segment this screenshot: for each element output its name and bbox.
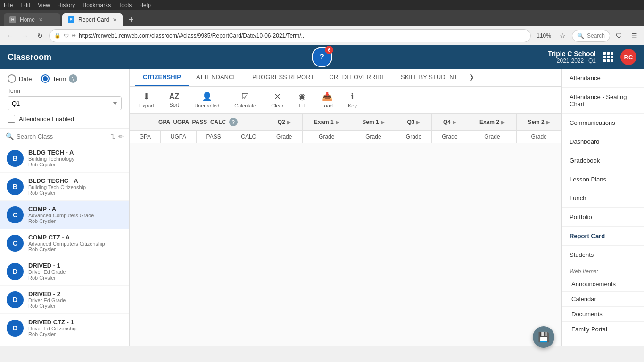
tab-progress-report[interactable]: PROGRESS REPORT: [245, 69, 322, 86]
address-bar[interactable]: 🔒 🛡 ⊕ https://renweb1.renweb.com/classro…: [49, 29, 531, 42]
fill-button[interactable]: ◉ Fill: [295, 90, 310, 110]
period-q4-header[interactable]: Q4 ▶: [432, 114, 468, 131]
user-avatar[interactable]: RC: [620, 49, 636, 65]
nav-communications[interactable]: Communications: [562, 114, 644, 132]
attendance-checkbox[interactable]: [8, 115, 15, 123]
notification-badge[interactable]: ? 6: [312, 47, 332, 67]
menu-icon[interactable]: ☰: [628, 30, 640, 42]
browser-nav-bar: ← → ↻ 🔒 🛡 ⊕ https://renweb1.renweb.com/c…: [0, 26, 644, 45]
forward-button[interactable]: →: [19, 30, 31, 42]
menu-bookmarks[interactable]: Bookmarks: [83, 2, 111, 8]
reportcard-tab-close[interactable]: ✕: [113, 17, 117, 23]
period-exam1-header[interactable]: Exam 1 ▶: [302, 114, 351, 131]
save-fab-button[interactable]: 💾: [533, 326, 554, 348]
sub-exam2-grade: Grade: [468, 131, 517, 143]
sub-sem2-grade: Grade: [517, 131, 561, 143]
nav-family-portal[interactable]: Family Portal: [562, 322, 644, 337]
period-q2-header[interactable]: Q2 ▶: [266, 114, 302, 131]
period-sem2-header[interactable]: Sem 2 ▶: [517, 114, 561, 131]
nav-report-card[interactable]: Report Card: [562, 227, 644, 246]
nav-portfolio[interactable]: Portfolio: [562, 208, 644, 227]
nav-dashboard[interactable]: Dashboard: [562, 132, 644, 151]
app-grid-icon[interactable]: [602, 50, 615, 64]
period-sem1-label: Sem 1: [362, 119, 379, 125]
term-select[interactable]: Q1 Q2 Q3 Q4: [8, 96, 122, 110]
date-term-radio-group: Date Term ?: [8, 74, 122, 83]
date-radio-circle: [8, 74, 16, 83]
key-button[interactable]: ℹ Key: [344, 90, 361, 110]
menu-view[interactable]: View: [38, 2, 50, 8]
class-item-drived2[interactable]: D DRIVED - 2 Driver Ed Grade Rob Crysler: [0, 286, 129, 314]
menu-tools[interactable]: Tools: [118, 2, 132, 8]
period-sem1-header[interactable]: Sem 1 ▶: [351, 114, 396, 131]
menu-file[interactable]: File: [4, 2, 13, 8]
nav-attendance-seating[interactable]: Attendance - Seating Chart: [562, 88, 644, 114]
tabs-arrow-right[interactable]: ❯: [465, 69, 478, 86]
shield-icon: 🛡: [64, 33, 69, 39]
sort-button[interactable]: AZ Sort: [165, 90, 183, 109]
col-help-icon[interactable]: ?: [229, 118, 238, 126]
menu-help[interactable]: Help: [139, 2, 151, 8]
tab-attendance[interactable]: ATTENDANCE: [189, 69, 245, 86]
reload-button[interactable]: ↻: [34, 30, 46, 42]
clear-button[interactable]: ✕ Clear: [267, 90, 287, 110]
clear-icon: ✕: [274, 91, 281, 102]
menu-edit[interactable]: Edit: [20, 2, 30, 8]
class-avatar: B: [7, 150, 24, 167]
class-name: DRIVED - 2: [28, 290, 123, 297]
sort-icon[interactable]: ⇅: [110, 133, 116, 140]
class-subject: Building Technology: [28, 156, 123, 162]
class-teacher: Rob Crysler: [28, 247, 123, 252]
notification-center: ? 6: [312, 47, 332, 67]
tab-skill-by-student[interactable]: SKILL BY STUDENT: [393, 69, 465, 86]
unenrolled-button[interactable]: 👤 Unenrolled: [190, 90, 223, 110]
sub-sem1-grade: Grade: [351, 131, 396, 143]
nav-announcements[interactable]: Announcements: [562, 277, 644, 292]
calculate-button[interactable]: ☑ Calculate: [231, 90, 260, 110]
export-button[interactable]: ⬇ Export: [135, 90, 158, 110]
reportcard-tab-icon: R: [68, 16, 74, 23]
menu-history[interactable]: History: [58, 2, 75, 8]
class-item-compctz[interactable]: C COMP CTZ - A Advanced Computers Citize…: [0, 229, 129, 257]
browser-tab-reportcard[interactable]: R Report Card ✕: [62, 13, 123, 26]
zoom-level: 110%: [534, 33, 554, 39]
class-subject: Driver Ed Grade: [28, 297, 123, 303]
date-radio-item[interactable]: Date: [8, 74, 32, 83]
class-item-drived1[interactable]: D DRIVED - 1 Driver Ed Grade Rob Crysler: [0, 257, 129, 286]
nav-calendar[interactable]: Calendar: [562, 292, 644, 307]
new-tab-button[interactable]: +: [124, 13, 138, 26]
sub-q2-grade: Grade: [266, 131, 302, 143]
load-label: Load: [321, 103, 332, 108]
load-button[interactable]: 📥 Load: [317, 90, 336, 110]
term-radio-circle: [41, 74, 50, 83]
nav-lunch[interactable]: Lunch: [562, 189, 644, 208]
shield-nav-icon[interactable]: 🛡: [613, 30, 625, 42]
bookmark-star-icon[interactable]: ☆: [557, 30, 569, 42]
term-help-icon[interactable]: ?: [69, 74, 77, 83]
back-button[interactable]: ←: [4, 30, 16, 42]
home-tab-close[interactable]: ✕: [39, 17, 43, 23]
browser-tab-home[interactable]: H Home ✕: [4, 13, 60, 26]
edit-icon[interactable]: ✏: [118, 133, 124, 140]
tab-citizenship[interactable]: CITIZENSHIP: [135, 69, 189, 86]
nav-gradebook[interactable]: Gradebook: [562, 151, 644, 170]
nav-documents[interactable]: Documents: [562, 307, 644, 322]
class-search-input[interactable]: [17, 133, 107, 140]
class-list: B BLDG TECH - A Building Technology Rob …: [0, 144, 129, 346]
class-item-bldgtechc[interactable]: B BLDG TECHC - A Building Tech Citizensh…: [0, 173, 129, 201]
col-ugpa-label: UGPA: [173, 119, 189, 125]
class-item-compa[interactable]: C COMP - A Advanced Computers Grade Rob …: [0, 201, 129, 229]
calculate-label: Calculate: [234, 103, 256, 108]
period-exam2-header[interactable]: Exam 2 ▶: [468, 114, 517, 131]
class-item-bldgtech[interactable]: B BLDG TECH - A Building Technology Rob …: [0, 144, 129, 173]
period-q3-header[interactable]: Q3 ▶: [396, 114, 431, 131]
report-card-table-area: GPA UGPA PASS CALC ? Q2 ▶: [130, 114, 561, 346]
tab-credit-override[interactable]: CREDIT OVERRIDE: [322, 69, 393, 86]
class-item-drivedctz1[interactable]: D DRIVED CTZ - 1 Driver Ed Citizenship R…: [0, 314, 129, 342]
nav-attendance[interactable]: Attendance: [562, 69, 644, 88]
period-q2-arrow: ▶: [287, 120, 291, 125]
nav-lesson-plans[interactable]: Lesson Plans: [562, 170, 644, 189]
nav-students[interactable]: Students: [562, 246, 644, 264]
term-radio-item[interactable]: Term ?: [41, 74, 77, 83]
browser-search-bar[interactable]: 🔍 Search: [572, 30, 610, 42]
